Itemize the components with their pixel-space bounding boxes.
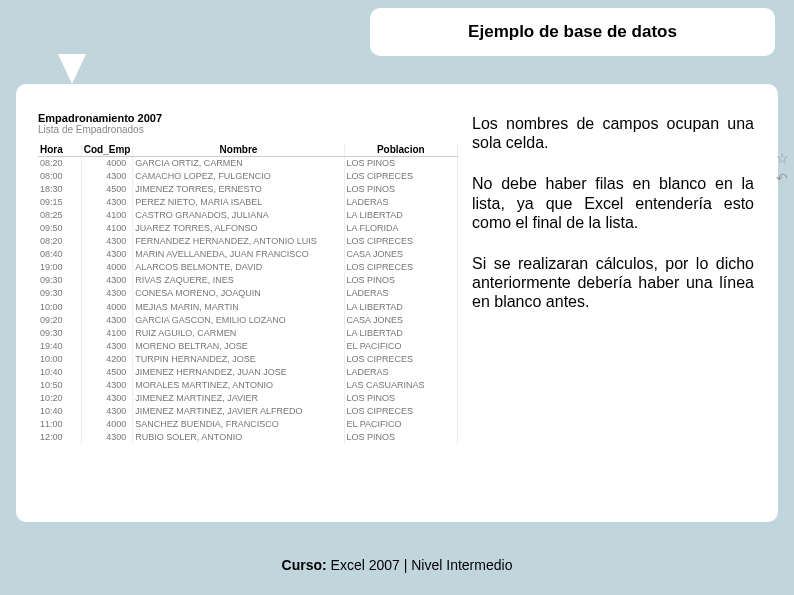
table-cell: 10:00 [38, 301, 81, 314]
table-cell: 4300 [81, 314, 133, 327]
table-cell: 4300 [81, 235, 133, 248]
table-cell: 19:00 [38, 261, 81, 274]
table-cell: 09:30 [38, 287, 81, 300]
table-cell: LOS PINOS [344, 274, 457, 287]
table-row: 19:404300MORENO BELTRAN, JOSEEL PACIFICO [38, 340, 458, 353]
table-cell: 08:20 [38, 235, 81, 248]
table-cell: 4000 [81, 157, 133, 171]
table-cell: ALARCOS BELMONTE, DAVID [133, 261, 344, 274]
table-cell: LA FLORIDA [344, 222, 457, 235]
table-cell: GARCIA ORTIZ, CARMEN [133, 157, 344, 171]
column-header: Poblacion [344, 143, 457, 157]
table-cell: MEJIAS MARIN, MARTIN [133, 301, 344, 314]
table-row: 09:304300CONESA MORENO, JOAQUINLADERAS [38, 287, 458, 300]
slide-title-box: Ejemplo de base de datos [370, 8, 775, 56]
table-cell: LOS PINOS [344, 183, 457, 196]
table-cell: 4300 [81, 196, 133, 209]
content-panel: Empadronamiento 2007 Lista de Empadronad… [16, 84, 778, 522]
table-cell: LA LIBERTAD [344, 301, 457, 314]
table-cell: LOS CIPRECES [344, 170, 457, 183]
table-cell: CASA JONES [344, 248, 457, 261]
table-cell: LOS CIPRECES [344, 261, 457, 274]
table-cell: RUBIO SOLER, ANTONIO [133, 431, 344, 444]
table-cell: 09:15 [38, 196, 81, 209]
table-row: 08:254100CASTRO GRANADOS, JULIANALA LIBE… [38, 209, 458, 222]
table-cell: 10:40 [38, 366, 81, 379]
table-cell: 4200 [81, 353, 133, 366]
explanation-column: Los nombres de campos ocupan una sola ce… [472, 112, 756, 502]
table-cell: 09:20 [38, 314, 81, 327]
table-row: 10:204300JIMENEZ MARTINEZ, JAVIERLOS PIN… [38, 392, 458, 405]
table-cell: GARCIA GASCON, EMILIO LOZANO [133, 314, 344, 327]
table-cell: LADERAS [344, 287, 457, 300]
table-cell: FERNANDEZ HERNANDEZ, ANTONIO LUIS [133, 235, 344, 248]
table-cell: 10:40 [38, 405, 81, 418]
table-cell: LOS CIPRECES [344, 235, 457, 248]
side-toolbar: ☆ ↶ [774, 150, 792, 190]
table-cell: 10:20 [38, 392, 81, 405]
data-table: HoraCod_EmpNombrePoblacion 08:204000GARC… [38, 143, 458, 444]
explain-p3: Si se realizaran cálculos, por lo dicho … [472, 254, 754, 312]
table-row: 08:004300CAMACHO LOPEZ, FULGENCIOLOS CIP… [38, 170, 458, 183]
table-cell: LADERAS [344, 196, 457, 209]
table-cell: 4100 [81, 327, 133, 340]
table-cell: 4300 [81, 405, 133, 418]
explain-p1: Los nombres de campos ocupan una sola ce… [472, 114, 754, 152]
table-cell: 08:20 [38, 157, 81, 171]
sheet-subtitle: Lista de Empadronados [38, 124, 458, 143]
table-cell: 4000 [81, 418, 133, 431]
table-cell: LADERAS [344, 366, 457, 379]
table-row: 12:004300RUBIO SOLER, ANTONIOLOS PINOS [38, 431, 458, 444]
table-cell: 12:00 [38, 431, 81, 444]
table-cell: 19:40 [38, 340, 81, 353]
table-cell: 4000 [81, 301, 133, 314]
table-cell: JIMENEZ MARTINEZ, JAVIER [133, 392, 344, 405]
table-cell: 09:30 [38, 327, 81, 340]
table-cell: 4500 [81, 183, 133, 196]
slide-title: Ejemplo de base de datos [468, 22, 677, 42]
table-row: 09:504100JUAREZ TORRES, ALFONSOLA FLORID… [38, 222, 458, 235]
table-row: 08:204000GARCIA ORTIZ, CARMENLOS PINOS [38, 157, 458, 171]
table-row: 10:504300MORALES MARTINEZ, ANTONIOLAS CA… [38, 379, 458, 392]
table-cell: 10:00 [38, 353, 81, 366]
footer-label: Curso: [282, 557, 327, 573]
slide-footer: Curso: Excel 2007 | Nivel Intermedio [0, 557, 794, 573]
table-cell: 4500 [81, 366, 133, 379]
table-cell: PEREZ NIETO, MARIA ISABEL [133, 196, 344, 209]
explain-p2: No debe haber filas en blanco en la list… [472, 174, 754, 232]
footer-text: Excel 2007 | Nivel Intermedio [327, 557, 513, 573]
table-cell: LOS PINOS [344, 392, 457, 405]
table-row: 10:004000MEJIAS MARIN, MARTINLA LIBERTAD [38, 301, 458, 314]
table-cell: LA LIBERTAD [344, 209, 457, 222]
table-row: 09:204300GARCIA GASCON, EMILIO LOZANOCAS… [38, 314, 458, 327]
table-cell: JUAREZ TORRES, ALFONSO [133, 222, 344, 235]
table-row: 19:004000ALARCOS BELMONTE, DAVIDLOS CIPR… [38, 261, 458, 274]
table-cell: LOS PINOS [344, 431, 457, 444]
table-cell: CASTRO GRANADOS, JULIANA [133, 209, 344, 222]
table-cell: LAS CASUARINAS [344, 379, 457, 392]
undo-icon[interactable]: ↶ [774, 170, 790, 186]
table-cell: 18:30 [38, 183, 81, 196]
table-cell: 09:30 [38, 274, 81, 287]
table-cell: 4300 [81, 287, 133, 300]
table-row: 09:304300RIVAS ZAQUERE, INESLOS PINOS [38, 274, 458, 287]
table-cell: 4300 [81, 340, 133, 353]
table-row: 09:304100RUIZ AGUILO, CARMENLA LIBERTAD [38, 327, 458, 340]
table-cell: EL PACIFICO [344, 418, 457, 431]
table-row: 10:004200TURPIN HERNANDEZ, JOSELOS CIPRE… [38, 353, 458, 366]
table-row: 08:404300MARIN AVELLANEDA, JUAN FRANCISC… [38, 248, 458, 261]
sheet-title: Empadronamiento 2007 [38, 112, 458, 124]
table-cell: LOS CIPRECES [344, 405, 457, 418]
table-cell: CONESA MORENO, JOAQUIN [133, 287, 344, 300]
table-cell: CAMACHO LOPEZ, FULGENCIO [133, 170, 344, 183]
table-cell: 08:00 [38, 170, 81, 183]
star-icon[interactable]: ☆ [774, 150, 790, 166]
table-cell: JIMENEZ HERNANDEZ, JUAN JOSE [133, 366, 344, 379]
table-row: 11:004000SANCHEZ BUENDIA, FRANCISCOEL PA… [38, 418, 458, 431]
table-row: 10:404300JIMENEZ MARTINEZ, JAVIER ALFRED… [38, 405, 458, 418]
table-cell: 4300 [81, 274, 133, 287]
column-header: Nombre [133, 143, 344, 157]
table-cell: 4000 [81, 261, 133, 274]
table-cell: LA LIBERTAD [344, 327, 457, 340]
table-cell: MORENO BELTRAN, JOSE [133, 340, 344, 353]
